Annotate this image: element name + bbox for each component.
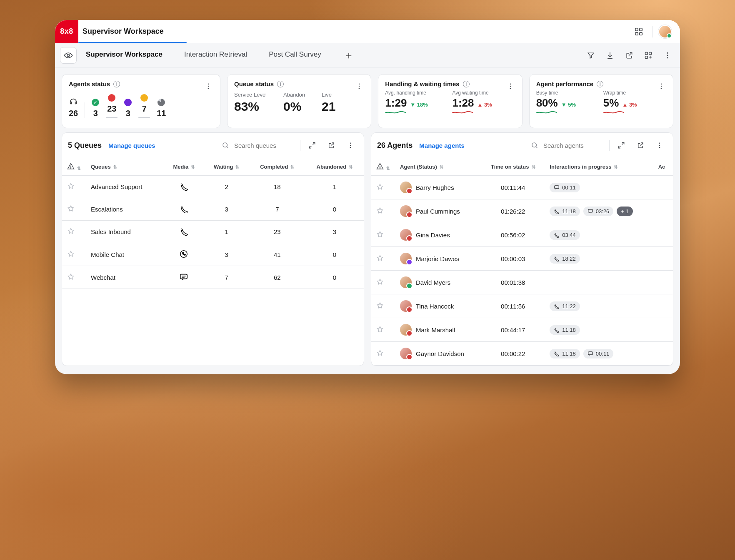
table-row[interactable]: Mark Marshall00:44:1711:18 — [371, 318, 673, 342]
col-alert[interactable]: ⇅ — [62, 158, 86, 176]
svg-point-21 — [661, 86, 662, 87]
panel-more-icon[interactable] — [343, 138, 358, 153]
col-extra[interactable]: Ac — [653, 158, 673, 176]
info-icon[interactable]: i — [463, 81, 470, 87]
info-icon[interactable]: i — [277, 81, 284, 87]
svg-point-19 — [510, 88, 510, 89]
col-queues[interactable]: Queues⇅ — [86, 158, 164, 176]
favorite-star-icon[interactable] — [376, 209, 384, 216]
preview-eye-button[interactable] — [60, 47, 77, 64]
col-time-on-status[interactable]: Time on status⇅ — [481, 158, 545, 176]
more-icon[interactable] — [660, 48, 675, 63]
apps-grid-icon[interactable] — [631, 24, 646, 39]
table-row[interactable]: David Myers00:01:38 — [371, 271, 673, 294]
agent-avatar — [400, 348, 412, 359]
card-more-icon[interactable] — [201, 79, 216, 94]
interaction-pill[interactable]: 11:18 — [550, 207, 580, 216]
table-row[interactable]: Webchat7620 — [62, 266, 364, 289]
manage-agents-link[interactable]: Manage agents — [419, 142, 464, 149]
favorite-star-icon[interactable] — [376, 185, 384, 192]
favorite-star-icon[interactable] — [67, 207, 75, 214]
agent-avatar — [400, 205, 412, 217]
expand-icon[interactable] — [305, 138, 320, 153]
favorite-star-icon[interactable] — [67, 252, 75, 259]
interaction-pill[interactable]: 18:22 — [550, 254, 580, 264]
interaction-pill[interactable]: 11:18 — [550, 325, 580, 335]
panel-title: 26 Agents — [377, 141, 412, 150]
interaction-pill[interactable]: 03:44 — [550, 230, 580, 240]
queue-completed: 41 — [249, 243, 305, 266]
kpi-label: Service Level — [234, 92, 267, 98]
interaction-chips: 00:11 — [550, 183, 648, 192]
interaction-pill[interactable]: 11:22 — [550, 301, 580, 311]
card-more-icon[interactable] — [352, 79, 367, 94]
col-interactions[interactable]: Interactions in progress⇅ — [545, 158, 653, 176]
status-busy[interactable]: 23 — [106, 94, 118, 118]
status-offline[interactable]: 11 — [157, 99, 166, 118]
favorite-star-icon[interactable] — [376, 256, 384, 263]
col-completed[interactable]: Completed⇅ — [249, 158, 305, 176]
table-row[interactable]: Sales Inbound1233 — [62, 221, 364, 243]
layout-icon[interactable] — [641, 48, 656, 63]
open-external-icon[interactable] — [622, 48, 637, 63]
svg-rect-2 — [635, 32, 638, 35]
time-on-status: 01:26:22 — [481, 199, 545, 223]
favorite-star-icon[interactable] — [376, 280, 384, 287]
alert-icon — [67, 162, 75, 170]
popout-icon[interactable] — [633, 138, 648, 153]
add-tab-button[interactable]: ＋ — [340, 46, 357, 65]
favorite-star-icon[interactable] — [376, 351, 384, 358]
table-row[interactable]: Gaynor Davidson00:00:2211:1800:11 — [371, 342, 673, 366]
favorite-star-icon[interactable] — [376, 304, 384, 311]
table-row[interactable]: Escalations370 — [62, 198, 364, 221]
col-waiting[interactable]: Waiting⇅ — [204, 158, 249, 176]
interaction-pill[interactable]: 11:18 — [550, 349, 580, 358]
info-icon[interactable]: i — [597, 81, 603, 87]
favorite-star-icon[interactable] — [67, 275, 75, 282]
col-media[interactable]: Media⇅ — [164, 158, 204, 176]
status-available[interactable]: ✓ 3 — [92, 99, 99, 118]
interaction-pill[interactable]: 03:26 — [583, 207, 614, 216]
cards-row: Agents statusi 26 ✓ 3 23 3 — [55, 67, 680, 132]
svg-point-34 — [380, 168, 380, 169]
status-wrap[interactable]: 7 — [138, 94, 150, 118]
sort-icon: ⇅ — [440, 164, 443, 169]
tab-post-call-survey[interactable]: Post Call Survey — [266, 46, 324, 65]
col-abandoned[interactable]: Abandoned⇅ — [305, 158, 364, 176]
favorite-star-icon[interactable] — [67, 184, 75, 191]
search-queues-input[interactable] — [233, 142, 296, 149]
table-row[interactable]: Mobile Chat3410 — [62, 243, 364, 266]
expand-icon[interactable] — [614, 138, 629, 153]
info-icon[interactable]: i — [113, 81, 120, 87]
card-more-icon[interactable] — [503, 79, 518, 94]
table-row[interactable]: Paul Cummings01:26:2211:1803:26+ 1 — [371, 199, 673, 223]
status-away[interactable]: 3 — [124, 99, 132, 118]
filter-icon[interactable] — [583, 48, 598, 63]
search-queues[interactable] — [222, 142, 296, 149]
table-row[interactable]: Gina Davies00:56:0203:44 — [371, 223, 673, 247]
card-queue-status: Queue statusi Service Level83% Abandon0%… — [227, 74, 371, 128]
col-alert[interactable]: ⇅ — [371, 158, 395, 176]
manage-queues-link[interactable]: Manage queues — [108, 142, 155, 149]
tab-supervisor-workspace[interactable]: Supervisor Workspace — [83, 46, 165, 65]
interaction-pill[interactable]: 00:11 — [550, 183, 580, 192]
profile-avatar[interactable] — [658, 25, 672, 38]
favorite-star-icon[interactable] — [376, 232, 384, 239]
search-agents[interactable] — [531, 142, 605, 149]
col-agent[interactable]: Agent (Status)⇅ — [395, 158, 481, 176]
table-row[interactable]: Barry Hughes00:11:4400:11 — [371, 176, 673, 199]
favorite-star-icon[interactable] — [376, 327, 384, 334]
table-row[interactable]: Advanced Support2181 — [62, 176, 364, 198]
more-interactions-pill[interactable]: + 1 — [617, 207, 632, 216]
popout-icon[interactable] — [324, 138, 339, 153]
table-row[interactable]: Marjorie Dawes00:00:0318:22 — [371, 247, 673, 271]
table-row[interactable]: Tina Hancock00:11:5611:22 — [371, 294, 673, 318]
panel-more-icon[interactable] — [652, 138, 667, 153]
download-icon[interactable] — [602, 48, 618, 63]
status-offline-value: 11 — [157, 109, 166, 118]
interaction-pill[interactable]: 00:11 — [583, 349, 614, 358]
card-more-icon[interactable] — [654, 79, 669, 94]
tab-interaction-retrieval[interactable]: Interaction Retrieval — [182, 46, 250, 65]
search-agents-input[interactable] — [542, 142, 605, 149]
favorite-star-icon[interactable] — [67, 229, 75, 236]
